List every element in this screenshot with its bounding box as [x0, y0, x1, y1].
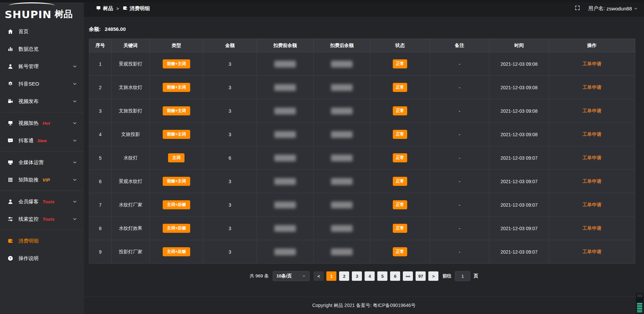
cell-amount: 3	[203, 52, 257, 76]
sidebar-item-0-1[interactable]: 数据总览	[0, 40, 84, 58]
column-header: 状态	[370, 39, 430, 52]
status-badge: 正常	[393, 106, 407, 115]
page-ellipsis-button[interactable]: •••	[403, 271, 413, 281]
sidebar-item-2-0[interactable]: 全媒体运营	[0, 154, 84, 171]
sidebar-item-1-1[interactable]: 抖客通New	[0, 132, 84, 149]
cell-remark: -	[430, 123, 489, 146]
masked-value	[274, 155, 296, 161]
type-badge: 主词+后缀	[163, 224, 190, 233]
page-button-1[interactable]: 1	[326, 271, 336, 281]
cell-amount: 3	[203, 99, 257, 123]
ticket-apply-link[interactable]: 工单申请	[583, 85, 601, 90]
cell-action: 工单申请	[549, 52, 635, 76]
sidebar-item-2-1[interactable]: 矩阵助推VIP	[0, 171, 84, 189]
cell-time: 2021-12-03 09:07	[489, 170, 549, 193]
table-row: 5 水纹灯 主词 6 正常 - 2021-12-03 09:07 工单申请	[89, 146, 635, 170]
cell-before-balance	[257, 193, 313, 217]
breadcrumb-label: 树品	[103, 5, 113, 12]
masked-value	[274, 225, 296, 232]
ticket-apply-link[interactable]: 工单申请	[583, 202, 601, 207]
ticket-apply-link[interactable]: 工单申请	[583, 61, 601, 66]
chevron-down-icon	[72, 217, 77, 221]
breadcrumb-item-current[interactable]: 消费明细	[122, 5, 150, 12]
sidebar-menu: 首页数据总览账号管理抖音SEO视频发布视频加热Hot抖客通New全媒体运营矩阵助…	[0, 19, 84, 267]
status-badge: 正常	[393, 200, 407, 209]
page-button-3[interactable]: 3	[352, 271, 362, 281]
cell-index: 6	[89, 170, 112, 193]
sidebar-item-0-0[interactable]: 首页	[0, 23, 84, 40]
chevron-down-icon	[72, 160, 77, 165]
page-size-select[interactable]: 10条/页	[273, 271, 310, 281]
column-header: 扣费后余额	[314, 39, 370, 52]
chevron-down-icon	[302, 274, 306, 278]
sidebar-item-0-2[interactable]: 账号管理	[0, 58, 84, 75]
cell-index: 1	[89, 52, 112, 76]
stats-widget-top	[637, 294, 642, 297]
masked-value	[274, 61, 296, 67]
balance-value: 24856.00	[105, 26, 126, 32]
cell-status: 正常	[370, 240, 430, 264]
ticket-apply-link[interactable]: 工单申请	[583, 155, 601, 160]
chevron-down-icon	[72, 138, 77, 143]
sidebar-item-4-0[interactable]: 消费明细	[0, 232, 84, 250]
goto-label: 前往	[442, 273, 451, 279]
cell-time: 2021-12-03 09:07	[489, 217, 549, 240]
sidebar-item-0-3[interactable]: 抖音SEO	[0, 75, 84, 93]
ticket-apply-link[interactable]: 工单申请	[583, 178, 601, 184]
breadcrumb-item-home[interactable]: 树品	[96, 5, 113, 12]
user-icon	[7, 199, 13, 205]
main-content: 余额: 24856.00 序号关键词类型金额扣费前余额扣费后余额状态备注时间操作…	[84, 17, 644, 314]
fullscreen-button[interactable]	[575, 5, 580, 12]
page-button-97[interactable]: 97	[416, 271, 426, 281]
cell-before-balance	[257, 123, 313, 146]
logo-text-cn: 树品	[55, 10, 73, 19]
sidebar-item-label: 账号管理	[18, 63, 39, 70]
balance-label: 余额:	[89, 26, 101, 32]
page-button-5[interactable]: 5	[377, 271, 387, 281]
chevron-down-icon	[72, 82, 77, 86]
monitor-icon	[7, 159, 13, 165]
cell-remark: -	[430, 99, 489, 123]
cell-before-balance	[257, 76, 313, 99]
ticket-apply-link[interactable]: 工单申请	[583, 249, 601, 254]
next-page-button[interactable]: >	[428, 271, 438, 281]
table-row: 1 景观投影灯 前缀+主词 3 正常 - 2021-12-03 09:08 工单…	[89, 52, 635, 76]
sidebar-item-4-1[interactable]: ?操作说明	[0, 250, 84, 267]
goto-page-input[interactable]	[455, 271, 470, 281]
dashboard-icon	[96, 5, 101, 11]
status-badge: 正常	[393, 177, 407, 186]
sidebar-item-3-0[interactable]: 会员爆客Tools	[0, 193, 84, 210]
sidebar-item-tag: VIP	[43, 177, 50, 182]
user-menu[interactable]: 用户名: zswodun88	[588, 5, 638, 12]
sidebar-item-1-0[interactable]: 视频加热Hot	[0, 114, 84, 132]
ticket-apply-link[interactable]: 工单申请	[583, 225, 601, 231]
chevron-down-icon	[72, 99, 77, 104]
sliders-icon	[7, 216, 13, 222]
cell-after-balance	[314, 170, 370, 193]
cell-amount: 3	[203, 217, 257, 240]
page-button-6[interactable]: 6	[390, 271, 400, 281]
breadcrumb: 树品 > 消费明细	[96, 5, 150, 12]
sidebar-item-label: 视频加热	[18, 120, 39, 126]
table-row: 9 投影灯厂家 主词+后缀 3 正常 - 2021-12-03 09:07 工单…	[89, 240, 635, 264]
column-header: 操作	[549, 39, 635, 52]
cell-type: 前缀+主词	[150, 52, 203, 76]
page-button-4[interactable]: 4	[365, 271, 375, 281]
sidebar-item-0-4[interactable]: 视频发布	[0, 93, 84, 110]
page-button-2[interactable]: 2	[339, 271, 349, 281]
grid-icon	[7, 177, 13, 183]
prev-page-button[interactable]: <	[314, 271, 324, 281]
cell-action: 工单申请	[549, 99, 635, 123]
sidebar-item-3-1[interactable]: 线索监控Tools	[0, 210, 84, 228]
cell-status: 正常	[370, 99, 430, 123]
sidebar-item-label: 矩阵助推	[18, 177, 39, 183]
cell-keyword: 水纹灯	[111, 146, 150, 170]
stats-widget	[636, 293, 643, 313]
ticket-apply-link[interactable]: 工单申请	[583, 132, 601, 137]
ticket-apply-link[interactable]: 工单申请	[583, 108, 601, 113]
cell-action: 工单申请	[549, 193, 635, 217]
type-badge: 前缀+主词	[163, 130, 190, 139]
cell-remark: -	[430, 146, 489, 170]
cell-type: 主词+后缀	[150, 193, 203, 217]
cell-status: 正常	[370, 123, 430, 146]
